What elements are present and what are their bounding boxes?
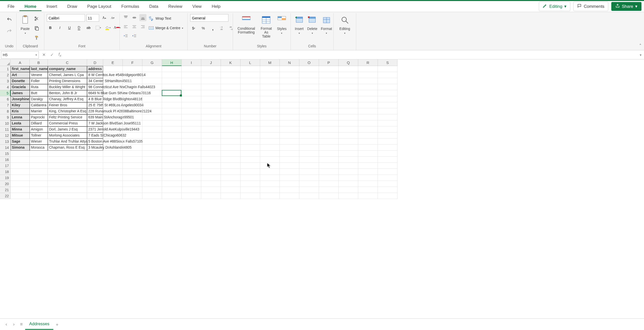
cell[interactable]	[182, 181, 201, 187]
increase-indent-button[interactable]	[131, 32, 138, 39]
cell-styles-button[interactable]: Styles ▾	[275, 14, 288, 35]
cell[interactable]: Truhlar And Truhlar Attys	[48, 139, 87, 145]
cell[interactable]: King, Christopher A Esq	[48, 108, 87, 114]
cell[interactable]	[103, 108, 123, 114]
currency-button[interactable]: $▾	[190, 25, 197, 32]
cell[interactable]	[123, 90, 142, 96]
cell[interactable]	[299, 163, 319, 169]
cell[interactable]	[30, 157, 48, 163]
cell[interactable]	[339, 66, 358, 72]
cell[interactable]	[240, 78, 260, 84]
cell[interactable]	[221, 90, 240, 96]
cell[interactable]	[123, 181, 142, 187]
cell[interactable]	[103, 96, 123, 102]
redo-button[interactable]	[6, 28, 13, 35]
row-header[interactable]: 15	[0, 151, 11, 157]
cell[interactable]: address	[87, 66, 103, 72]
cell[interactable]	[280, 96, 299, 102]
cell[interactable]	[358, 84, 378, 90]
cell[interactable]	[378, 187, 397, 193]
cell[interactable]: 34 Center StHamilton45011	[87, 78, 103, 84]
cell[interactable]	[30, 163, 48, 169]
comma-button[interactable]: ,	[209, 25, 216, 32]
undo-button[interactable]	[6, 16, 13, 23]
cell[interactable]: Darakjy	[30, 96, 48, 102]
cell[interactable]	[182, 102, 201, 108]
accept-formula-button[interactable]: ✓	[48, 51, 56, 59]
column-header[interactable]: M	[260, 59, 280, 66]
cell[interactable]	[123, 120, 142, 126]
column-header[interactable]: G	[142, 59, 162, 66]
fill-color-button[interactable]: ▾	[104, 24, 111, 31]
cell[interactable]	[240, 114, 260, 120]
cell[interactable]	[221, 78, 240, 84]
bold-button[interactable]: B	[47, 24, 54, 31]
cell[interactable]	[123, 126, 142, 133]
cell[interactable]	[221, 102, 240, 108]
insert-function-button[interactable]: fx	[56, 51, 64, 59]
cell[interactable]	[48, 163, 87, 169]
cell[interactable]	[201, 114, 221, 120]
cell[interactable]	[240, 175, 260, 181]
cell[interactable]	[260, 145, 280, 151]
cell[interactable]	[103, 163, 123, 169]
cell[interactable]	[358, 157, 378, 163]
cell[interactable]	[142, 66, 162, 72]
cell[interactable]	[123, 72, 142, 78]
cell[interactable]: Dorl, James J Esq	[48, 126, 87, 133]
cell[interactable]	[103, 90, 123, 96]
cell[interactable]	[142, 120, 162, 126]
cell[interactable]	[280, 72, 299, 78]
cell[interactable]	[87, 193, 103, 199]
cell[interactable]	[378, 157, 397, 163]
cell[interactable]	[182, 157, 201, 163]
select-all-corner[interactable]	[0, 59, 11, 66]
cell[interactable]	[299, 175, 319, 181]
cell[interactable]	[11, 151, 30, 157]
cell[interactable]	[378, 66, 397, 72]
sheet-tab-active[interactable]: Addresses	[25, 319, 53, 330]
cell[interactable]	[221, 151, 240, 157]
cell[interactable]	[339, 163, 358, 169]
cell[interactable]	[162, 96, 182, 102]
cell[interactable]	[319, 66, 339, 72]
cell[interactable]	[260, 66, 280, 72]
cell[interactable]	[299, 72, 319, 78]
cell[interactable]	[103, 139, 123, 145]
column-header[interactable]: E	[103, 59, 123, 66]
menu-item-home[interactable]: Home	[19, 2, 41, 11]
cell[interactable]	[319, 169, 339, 175]
cell[interactable]	[358, 66, 378, 72]
menu-item-file[interactable]: File	[3, 2, 19, 11]
column-header[interactable]: O	[299, 59, 319, 66]
cell[interactable]	[87, 181, 103, 187]
cell[interactable]	[378, 108, 397, 114]
cell[interactable]	[30, 187, 48, 193]
cell[interactable]: Chapman, Ross E Esq	[48, 145, 87, 151]
row-header[interactable]: 14	[0, 145, 11, 151]
row-header[interactable]: 13	[0, 139, 11, 145]
merge-centre-button[interactable]: Merge & Centre ▾	[148, 25, 183, 31]
cell[interactable]: 228 Runamuck Pl #2808Baltimore21224	[87, 108, 103, 114]
cell[interactable]	[201, 151, 221, 157]
cell[interactable]	[221, 126, 240, 133]
cell[interactable]	[162, 151, 182, 157]
cell[interactable]	[221, 187, 240, 193]
cell[interactable]	[142, 193, 162, 199]
cell[interactable]	[221, 84, 240, 90]
cell[interactable]	[162, 139, 182, 145]
cell[interactable]	[162, 145, 182, 151]
cell[interactable]	[378, 72, 397, 78]
cell[interactable]	[103, 126, 123, 133]
cell[interactable]	[221, 96, 240, 102]
row-header[interactable]: 8	[0, 108, 11, 114]
cell[interactable]	[319, 145, 339, 151]
cell[interactable]	[378, 133, 397, 139]
cell[interactable]	[319, 78, 339, 84]
sheet-prev-button[interactable]: ‹	[3, 321, 10, 328]
column-header[interactable]: K	[221, 59, 240, 66]
cell[interactable]	[48, 169, 87, 175]
cell[interactable]	[123, 139, 142, 145]
align-left-button[interactable]	[122, 23, 129, 30]
cell[interactable]	[240, 90, 260, 96]
